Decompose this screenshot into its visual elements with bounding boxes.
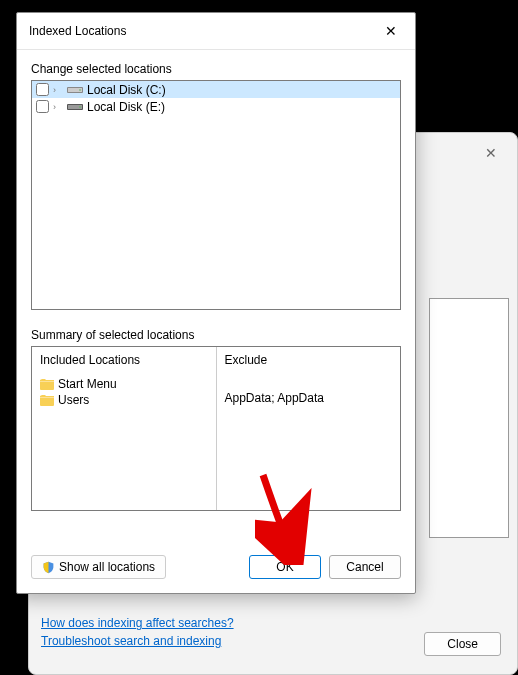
included-item-start-menu[interactable]: Start Menu	[40, 377, 208, 391]
drive-icon	[67, 102, 83, 112]
checkbox-e[interactable]	[36, 100, 49, 113]
tree-label-c: Local Disk (C:)	[87, 83, 166, 97]
exclude-value: AppData; AppData	[225, 391, 393, 405]
dialog-title: Indexed Locations	[29, 24, 126, 38]
chevron-right-icon[interactable]: ›	[53, 85, 63, 95]
included-column: Included Locations Start Menu Users	[32, 347, 217, 510]
cancel-button[interactable]: Cancel	[329, 555, 401, 579]
close-icon[interactable]: ✕	[477, 141, 505, 165]
background-content-box	[429, 298, 509, 538]
summary-box: Included Locations Start Menu Users Excl…	[31, 346, 401, 511]
tree-row-e[interactable]: › Local Disk (E:)	[32, 98, 400, 115]
locations-tree[interactable]: › Local Disk (C:) › Local Disk (E:)	[31, 80, 401, 310]
included-header: Included Locations	[40, 353, 208, 367]
folder-icon	[40, 395, 54, 406]
drive-icon	[67, 85, 83, 95]
show-all-locations-button[interactable]: Show all locations	[31, 555, 166, 579]
folder-icon	[40, 379, 54, 390]
tree-label-e: Local Disk (E:)	[87, 100, 165, 114]
exclude-column: Exclude AppData; AppData	[217, 347, 401, 510]
tree-row-c[interactable]: › Local Disk (C:)	[32, 81, 400, 98]
ok-button[interactable]: OK	[249, 555, 321, 579]
indexed-locations-dialog: Indexed Locations ✕ Change selected loca…	[16, 12, 416, 594]
chevron-right-icon[interactable]: ›	[53, 102, 63, 112]
link-indexing-effect[interactable]: How does indexing affect searches?	[41, 616, 234, 630]
included-label: Users	[58, 393, 89, 407]
checkbox-c[interactable]	[36, 83, 49, 96]
close-button[interactable]: Close	[424, 632, 501, 656]
shield-icon	[42, 561, 55, 574]
svg-point-5	[79, 106, 81, 108]
link-troubleshoot[interactable]: Troubleshoot search and indexing	[41, 634, 234, 648]
included-item-users[interactable]: Users	[40, 393, 208, 407]
summary-label: Summary of selected locations	[31, 328, 401, 342]
show-all-label: Show all locations	[59, 560, 155, 574]
included-label: Start Menu	[58, 377, 117, 391]
change-locations-label: Change selected locations	[31, 62, 401, 76]
svg-point-2	[79, 89, 81, 91]
exclude-header: Exclude	[225, 353, 393, 367]
close-icon[interactable]: ✕	[379, 21, 403, 41]
titlebar: Indexed Locations ✕	[17, 13, 415, 50]
